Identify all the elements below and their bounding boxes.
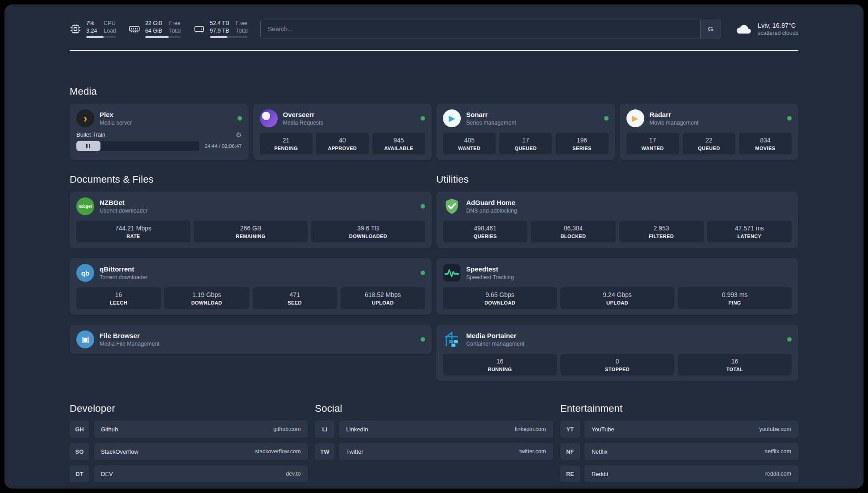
bookmark-section-developer: DeveloperGHGithubgithub.comSOStackOverfl… (70, 403, 308, 482)
stat-running: 16RUNNING (443, 354, 557, 376)
bookmark-link[interactable]: Twittertwitter.com (339, 443, 553, 460)
service-card-sonarr[interactable]: ▶SonarrSeries management485WANTED17QUEUE… (436, 104, 615, 160)
stat-value: 17 (501, 137, 550, 144)
section-title-media: Media (70, 86, 798, 97)
stat-label: QUEUED (684, 146, 734, 151)
stat-label: SEED (255, 300, 335, 305)
stat-label: FILTERED (621, 234, 702, 239)
cpu-widget: 7% 3.24 CPU Load (70, 20, 116, 38)
service-card-plex[interactable]: ›PlexMedia serverBullet Train⚙24:44 / 02… (70, 104, 249, 160)
stat-value: 9.24 Gbps (562, 291, 672, 298)
stat-label: LATENCY (709, 234, 790, 239)
stat-label: RATE (78, 234, 188, 239)
disk-widget: 52.4 TB 97.9 TB Free Total (193, 20, 248, 38)
stat-label: AVAILABLE (374, 146, 423, 151)
topbar-divider (70, 50, 798, 51)
bookmark-twitter: TWTwittertwitter.com (315, 443, 553, 460)
stat-label: RUNNING (445, 367, 555, 372)
status-dot-online (421, 271, 425, 275)
bookmark-abbr: GH (70, 421, 89, 438)
service-card-nzbget[interactable]: nzbgetNZBGetUsenet downloader744.21 Mbps… (70, 192, 432, 248)
stat-ping: 0.993 msPING (678, 287, 792, 309)
weather-widget: Lviv, 16.87°C scattered clouds (734, 20, 798, 38)
disk-total-value: 97.9 TB (210, 28, 230, 34)
stat-stopped: 0STOPPED (560, 354, 674, 376)
cpu-load-label: Load (104, 28, 116, 34)
stat-value: 47.571 ms (709, 225, 790, 232)
service-card-qbittorrent[interactable]: qbqBittorrentTorrent downloader16LEECH1.… (70, 258, 432, 315)
bookmark-name: DEV (101, 471, 113, 477)
bookmark-url: linkedin.com (515, 426, 546, 432)
status-dot-online (787, 116, 792, 121)
service-card-speedtest[interactable]: SpeedtestSpeedtest Tracking9.65 GbpsDOWN… (436, 258, 798, 315)
search-provider-button[interactable]: G (700, 20, 721, 38)
playback-progress-bar[interactable] (76, 141, 199, 151)
service-card-overseerr[interactable]: OverseerrMedia Requests21PENDING40APPROV… (253, 104, 432, 160)
bookmark-section-social: SocialLILinkedInlinkedin.comTWTwittertwi… (315, 403, 553, 482)
bookmark-link[interactable]: Redditreddit.com (584, 465, 798, 482)
bookmark-url: stackoverflow.com (255, 448, 300, 455)
stat-label: STOPPED (562, 367, 672, 372)
stat-label: MOVIES (741, 146, 790, 151)
stat-label: TOTAL (680, 367, 790, 372)
service-name: File Browser (100, 332, 415, 339)
stat-value: 17 (628, 137, 677, 144)
stat-value: 744.21 Mbps (78, 225, 188, 232)
bookmark-link[interactable]: Githubgithub.com (94, 421, 308, 438)
hard-drive-icon (193, 23, 205, 35)
disk-total-label: Total (236, 28, 247, 34)
stat-value: 16 (445, 358, 555, 365)
stat-value: 618.52 Mbps (342, 291, 423, 298)
stat-seed: 471SEED (253, 287, 337, 309)
stat-value: 945 (374, 137, 423, 144)
overseerr-icon (260, 109, 278, 127)
stat-value: 0 (562, 358, 672, 365)
ram-total-value: 64 GiB (145, 28, 162, 34)
bookmark-linkedin: LILinkedInlinkedin.com (315, 421, 553, 438)
stat-value: 16 (680, 358, 790, 365)
stat-label: DOWNLOAD (166, 300, 247, 305)
status-dot-online (238, 116, 242, 121)
bookmark-stackoverflow: SOStackOverflowstackoverflow.com (70, 443, 308, 460)
playback-time: 24:44 / 02:06:47 (204, 143, 242, 149)
bookmark-link[interactable]: Netflixnetflix.com (584, 443, 798, 460)
cpu-percent: 7% (86, 20, 97, 26)
status-dot-online (421, 204, 425, 209)
service-name: AdGuard Home (466, 199, 792, 206)
bookmark-name: StackOverflow (101, 448, 138, 455)
bookmark-abbr: NF (560, 443, 580, 460)
weather-location: Lviv, 16.87°C (758, 22, 798, 29)
bookmark-link[interactable]: LinkedInlinkedin.com (339, 421, 553, 438)
service-subtitle: Torrent downloader (100, 274, 415, 280)
disk-free-value: 52.4 TB (210, 20, 230, 26)
service-card-radarr[interactable]: ▶RadarrMovie management17WANTED22QUEUED8… (620, 104, 799, 160)
stat-queued: 17QUEUED (499, 133, 552, 155)
section-documents-files: Documents & Files nzbgetNZBGetUsenet dow… (70, 174, 432, 354)
service-card-file-browser[interactable]: ▣File BrowserMedia File Management (70, 325, 432, 354)
ram-free-value: 22 GiB (145, 20, 162, 26)
service-name: NZBGet (100, 199, 415, 206)
stat-label: DOWNLOAD (445, 300, 555, 305)
service-subtitle: Media File Management (100, 341, 415, 347)
bookmark-link[interactable]: StackOverflowstackoverflow.com (94, 443, 308, 460)
stat-value: 498,461 (445, 225, 526, 232)
bookmark-link[interactable]: DEVdev.to (94, 465, 308, 482)
service-card-adguard-home[interactable]: AdGuard HomeDNS and adblocking498,461QUE… (436, 192, 798, 248)
stat-label: QUEUED (501, 146, 550, 151)
stat-label: PENDING (262, 146, 311, 151)
search-input[interactable] (261, 20, 700, 38)
bookmark-name: Netflix (592, 448, 608, 455)
pause-icon[interactable] (86, 144, 91, 148)
gear-icon[interactable]: ⚙ (236, 131, 242, 138)
speedtest-wave-icon (443, 264, 461, 282)
service-name: Speedtest (466, 265, 792, 273)
bookmark-url: youtube.com (759, 426, 791, 432)
stat-value: 266 GB (196, 225, 306, 232)
stat-latency: 47.571 msLATENCY (707, 221, 792, 242)
bookmark-link[interactable]: YouTubeyoutube.com (584, 421, 798, 438)
cpu-icon (70, 23, 81, 35)
now-playing-widget: Bullet Train⚙24:44 / 02:06:47 (76, 131, 242, 151)
service-card-media-portainer[interactable]: Media PortainerContainer management16RUN… (436, 325, 798, 381)
bookmark-url: reddit.com (765, 471, 791, 477)
stat-label: UPLOAD (562, 300, 672, 305)
